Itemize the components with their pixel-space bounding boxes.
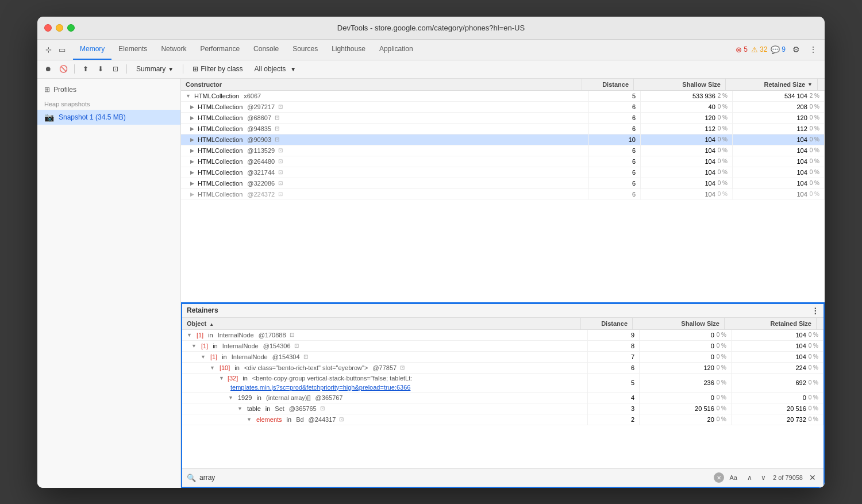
summary-dropdown[interactable]: Summary ▼ bbox=[132, 64, 178, 74]
load-button[interactable]: ⬆ bbox=[79, 63, 92, 75]
search-close-button[interactable]: ✕ bbox=[806, 471, 819, 484]
main-content: ⊞ Profiles Heap snapshots 📷 Snapshot 1 (… bbox=[37, 79, 825, 488]
search-icon: 🔍 bbox=[187, 474, 196, 482]
tab-performance[interactable]: Performance bbox=[193, 40, 247, 60]
tab-elements[interactable]: Elements bbox=[111, 40, 154, 60]
close-button[interactable] bbox=[44, 24, 52, 32]
copy-icon: ⊡ bbox=[290, 332, 294, 338]
snapshot-icon: 📷 bbox=[44, 113, 54, 122]
td-constructor: ▼ HTMLCollection x6067 bbox=[181, 91, 589, 101]
sidebar: ⊞ Profiles Heap snapshots 📷 Snapshot 1 (… bbox=[37, 79, 181, 488]
filter-icon: ⊞ bbox=[193, 65, 198, 73]
table-row[interactable]: ▶ HTMLCollection @68607 ⊡ 6 1200 % 1200 … bbox=[181, 113, 825, 124]
table-row[interactable]: ▶ HTMLCollection @264480 ⊡ 6 1040 % 1040… bbox=[181, 156, 825, 167]
search-input[interactable] bbox=[199, 474, 710, 482]
expand-icon: ▼ bbox=[186, 93, 191, 99]
collect-garbage-button[interactable]: ⊡ bbox=[109, 63, 122, 75]
tab-bar: ⊹ ▭ Memory Elements Network Performance … bbox=[37, 40, 825, 60]
table-row[interactable]: ▶ HTMLCollection @113529 ⊡ 6 1040 % 1040… bbox=[181, 145, 825, 156]
warning-icon: ⚠ bbox=[751, 45, 758, 54]
copy-icon: ⊡ bbox=[320, 405, 325, 411]
save-button[interactable]: ⬇ bbox=[94, 63, 107, 75]
table-row[interactable]: ▶ HTMLCollection @224372 ⊡ 6 1040 % 1040… bbox=[181, 189, 825, 200]
toolbar-separator-2 bbox=[126, 64, 127, 74]
top-table-header: Constructor Distance Shallow Size Retain… bbox=[181, 79, 825, 91]
title-bar: DevTools - store.google.com/category/pho… bbox=[37, 17, 825, 40]
warning-badge[interactable]: ⚠ 32 bbox=[751, 45, 767, 54]
retainer-row[interactable]: ▼ [32] in <bento-copy-group vertical-sta… bbox=[182, 374, 823, 393]
tab-sources[interactable]: Sources bbox=[286, 40, 325, 60]
copy-icon: ⊡ bbox=[339, 416, 344, 422]
minimize-button[interactable] bbox=[56, 24, 63, 32]
retainer-row[interactable]: ▼ [1] in InternalNode @154306 ⊡ 8 00 % 1… bbox=[182, 341, 823, 352]
copy-icon: ⊡ bbox=[278, 191, 283, 197]
table-row[interactable]: ▶ HTMLCollection @297217 ⊡ 6 400 % 2080 … bbox=[181, 102, 825, 113]
copy-icon: ⊡ bbox=[278, 103, 283, 110]
copy-icon: ⊡ bbox=[294, 343, 299, 349]
retainer-row[interactable]: ▼ [1] in InternalNode @154304 ⊡ 7 00 % 1… bbox=[182, 352, 823, 363]
memory-toolbar: ⏺ 🚫 ⬆ ⬇ ⊡ Summary ▼ ⊞ Filter by class Al… bbox=[37, 60, 825, 79]
case-sensitive-button[interactable]: Aa bbox=[728, 473, 740, 482]
table-row[interactable]: ▶ HTMLCollection @94835 ⊡ 6 1120 % 1120 … bbox=[181, 124, 825, 134]
copy-icon: ⊡ bbox=[400, 364, 405, 371]
th-distance: Distance bbox=[582, 79, 634, 90]
retainers-header: Retainers ⋮ bbox=[182, 304, 823, 318]
scrollbar-placeholder bbox=[818, 79, 825, 90]
toolbar-separator-3 bbox=[183, 64, 183, 74]
retainers-menu-icon[interactable]: ⋮ bbox=[811, 306, 819, 315]
search-prev-button[interactable]: ∧ bbox=[743, 471, 756, 484]
record-button[interactable]: ⏺ bbox=[42, 63, 55, 75]
adjust-icon: ⊞ bbox=[44, 86, 50, 94]
copy-icon: ⊡ bbox=[275, 114, 279, 121]
all-objects-arrow: ▼ bbox=[290, 66, 296, 72]
table-row-selected[interactable]: ▶ HTMLCollection @90903 ⊡ 10 1040 % 1040… bbox=[181, 134, 825, 145]
ret-scrollbar-placeholder bbox=[817, 318, 823, 329]
search-clear-button[interactable]: ✕ bbox=[714, 472, 724, 483]
error-icon: ⊗ bbox=[736, 45, 742, 54]
table-row[interactable]: ▼ HTMLCollection x6067 5 533 936 2 % 534… bbox=[181, 91, 825, 102]
retainer-row[interactable]: ▼ [10] in <div class="bento-rich-text" s… bbox=[182, 363, 823, 374]
retainer-row[interactable]: ▼ elements in Bd @244317 ⊡ 2 200 % 20 73… bbox=[182, 414, 823, 425]
copy-icon: ⊡ bbox=[303, 353, 308, 360]
sidebar-profiles-header[interactable]: ⊞ Profiles bbox=[37, 83, 180, 96]
th-shallow: Shallow Size bbox=[634, 79, 726, 90]
error-badge[interactable]: ⊗ 5 bbox=[736, 45, 748, 54]
device-icon[interactable]: ▭ bbox=[56, 43, 68, 56]
info-badge[interactable]: 💬 9 bbox=[771, 45, 786, 54]
copy-icon: ⊡ bbox=[275, 136, 279, 143]
traffic-lights bbox=[44, 24, 75, 32]
search-navigation: ∧ ∨ bbox=[743, 471, 769, 484]
table-row[interactable]: ▶ HTMLCollection @321744 ⊡ 6 1040 % 1040… bbox=[181, 167, 825, 178]
retainers-table-header: Object ▲ Distance Shallow Size Retained … bbox=[182, 318, 823, 330]
tab-icons: ⊹ ▭ bbox=[42, 43, 68, 56]
maximize-button[interactable] bbox=[67, 24, 75, 32]
info-icon: 💬 bbox=[771, 45, 780, 54]
all-objects-select[interactable]: All objects ▼ bbox=[250, 64, 301, 74]
retainer-row[interactable]: ▼ table in Set @365765 ⊡ 3 20 5160 % 20 … bbox=[182, 403, 823, 414]
right-panel: Constructor Distance Shallow Size Retain… bbox=[181, 79, 825, 488]
sidebar-item-snapshot1[interactable]: 📷 Snapshot 1 (34.5 MB) bbox=[37, 110, 180, 125]
tab-memory[interactable]: Memory bbox=[73, 40, 111, 60]
th-constructor: Constructor bbox=[181, 79, 582, 90]
summary-dropdown-arrow: ▼ bbox=[168, 66, 174, 72]
devtools-body: ⊹ ▭ Memory Elements Network Performance … bbox=[37, 40, 825, 488]
retainer-row[interactable]: ▼ [1] in InternalNode @170888 ⊡ 9 00 % 1… bbox=[182, 330, 823, 341]
tab-network[interactable]: Network bbox=[154, 40, 193, 60]
devtools-window: DevTools - store.google.com/category/pho… bbox=[37, 17, 825, 488]
more-button[interactable]: ⋮ bbox=[806, 43, 820, 56]
window-title: DevTools - store.google.com/category/pho… bbox=[337, 24, 525, 32]
tab-console[interactable]: Console bbox=[247, 40, 286, 60]
cursor-icon[interactable]: ⊹ bbox=[42, 43, 55, 56]
tab-lighthouse[interactable]: Lighthouse bbox=[325, 40, 372, 60]
retainer-link[interactable]: templates.min.js?sc=prod&fetchpriority=h… bbox=[230, 384, 410, 391]
toolbar-separator-1 bbox=[74, 64, 75, 74]
search-next-button[interactable]: ∨ bbox=[757, 471, 769, 484]
retainer-row[interactable]: ▼ 1929 in (internal array)[] @365767 4 0… bbox=[182, 393, 823, 403]
filter-by-class-button[interactable]: ⊞ Filter by class bbox=[188, 64, 247, 74]
table-row[interactable]: ▶ HTMLCollection @322086 ⊡ 6 1040 % 1040… bbox=[181, 178, 825, 189]
tab-application[interactable]: Application bbox=[372, 40, 420, 60]
settings-button[interactable]: ⚙ bbox=[789, 43, 803, 56]
top-table: Constructor Distance Shallow Size Retain… bbox=[181, 79, 825, 304]
clear-button[interactable]: 🚫 bbox=[57, 63, 70, 75]
sort-icon: ▼ bbox=[807, 82, 813, 87]
